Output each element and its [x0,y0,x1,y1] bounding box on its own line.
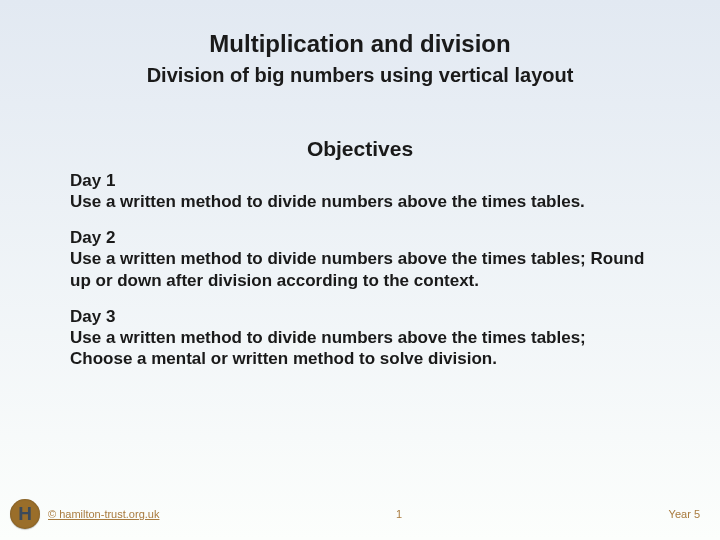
copyright-link[interactable]: © hamilton-trust.org.uk [48,508,159,520]
day-label: Day 2 [70,228,650,248]
footer: H © hamilton-trust.org.uk 1 Year 5 [0,494,720,534]
day-label: Day 3 [70,307,650,327]
page-title: Multiplication and division [70,30,650,58]
day-text: Use a written method to divide numbers a… [70,248,650,291]
day-text: Use a written method to divide numbers a… [70,327,650,370]
objective-day-1: Day 1 Use a written method to divide num… [70,171,650,212]
day-label: Day 1 [70,171,650,191]
objectives-heading: Objectives [70,137,650,161]
page-number: 1 [396,508,402,520]
year-label: Year 5 [669,508,700,520]
day-text: Use a written method to divide numbers a… [70,191,650,212]
objective-day-3: Day 3 Use a written method to divide num… [70,307,650,370]
hamilton-logo-icon: H [10,499,40,529]
objective-day-2: Day 2 Use a written method to divide num… [70,228,650,291]
slide-content: Multiplication and division Division of … [0,0,720,369]
page-subtitle: Division of big numbers using vertical l… [70,64,650,87]
logo-letter: H [18,503,32,525]
